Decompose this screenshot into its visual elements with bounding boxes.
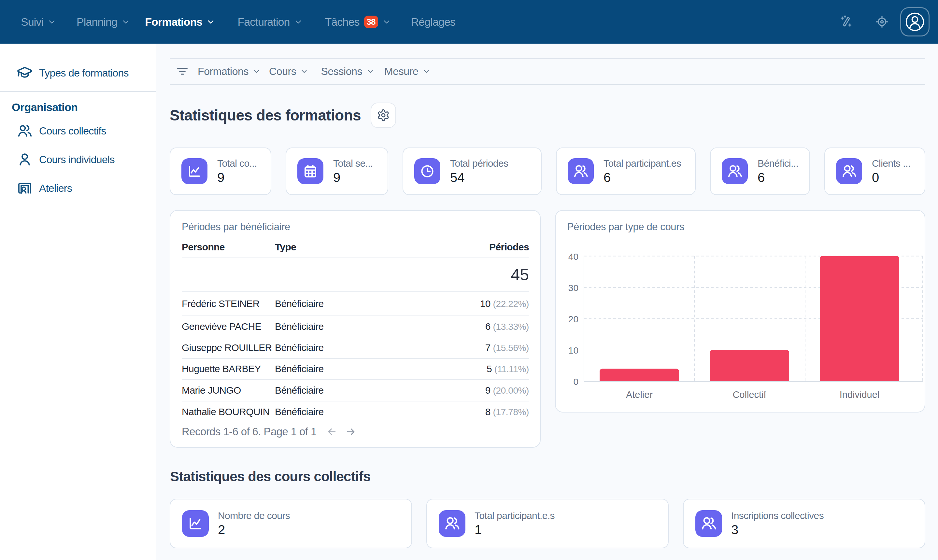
svg-text:10: 10: [568, 345, 578, 355]
svg-text:Collectif: Collectif: [733, 389, 766, 400]
svg-text:30: 30: [568, 283, 578, 293]
svg-text:40: 40: [568, 252, 578, 262]
svg-text:Individuel: Individuel: [839, 389, 880, 400]
svg-text:0: 0: [573, 377, 578, 387]
svg-text:20: 20: [568, 314, 578, 324]
svg-text:Atelier: Atelier: [626, 389, 653, 400]
